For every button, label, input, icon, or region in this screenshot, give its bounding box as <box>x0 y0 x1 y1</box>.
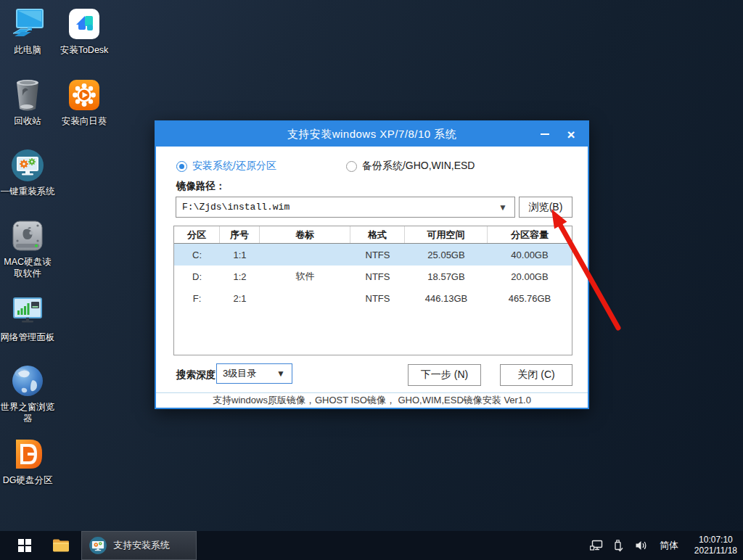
desktop-icon-reinstall-system[interactable]: 一键重装系统 <box>0 147 55 198</box>
minimize-button[interactable] <box>534 122 556 147</box>
cell-free: 446.13GB <box>405 293 488 304</box>
desktop-icon-network-panel[interactable]: 网络管理面板 <box>0 293 55 344</box>
usb-tray-icon[interactable] <box>608 531 628 560</box>
cell-format: NTFS <box>350 271 405 282</box>
desktop-icon-sunflower[interactable]: 安装向日葵 <box>57 77 112 128</box>
icon-label: 安装ToDesk <box>60 45 109 57</box>
cell-capacity: 40.00GB <box>488 250 572 260</box>
partition-table[interactable]: 分区 序号 卷标 格式 可用空间 分区容量 C: 1:1 NTFS 25.05G… <box>173 226 572 355</box>
taskbar: 支持安装系统 简体 10:07:10 2021/11/18 <box>0 531 743 560</box>
col-header-index: 序号 <box>220 226 260 243</box>
cell-index: 2:1 <box>220 293 260 304</box>
chevron-down-icon: ▼ <box>270 368 292 379</box>
volume-tray-icon[interactable] <box>631 531 652 560</box>
file-explorer-button[interactable] <box>45 531 77 560</box>
desktop-icon-this-pc[interactable]: 此电脑 <box>0 6 55 57</box>
cell-capacity: 20.00GB <box>488 271 572 282</box>
dialog-title: 支持安装windows XP/7/8/10 系统 <box>156 128 588 141</box>
close-icon: × <box>567 128 575 141</box>
sunflower-icon <box>66 77 102 113</box>
table-row-c[interactable]: C: 1:1 NTFS 25.05GB 40.00GB <box>174 244 572 265</box>
taskbar-item-installer[interactable]: 支持安装系统 <box>81 531 197 560</box>
language-indicator[interactable]: 简体 <box>656 531 682 560</box>
icon-label: 一键重装系统 <box>1 186 55 198</box>
radio-install-restore[interactable]: 安装系统/还原分区 <box>176 160 276 173</box>
radio-backup-label: 备份系统/GHO,WIN,ESD <box>362 160 475 173</box>
col-header-format: 格式 <box>350 226 405 243</box>
radio-install-label: 安装系统/还原分区 <box>192 160 276 173</box>
cell-partition: F: <box>174 293 220 304</box>
next-button[interactable]: 下一步 (N) <box>408 364 481 386</box>
table-row-f[interactable]: F: 2:1 NTFS 446.13GB 465.76GB <box>174 287 572 309</box>
computer-icon <box>9 6 46 42</box>
col-header-volume: 卷标 <box>260 226 350 243</box>
cell-free: 25.05GB <box>405 250 488 260</box>
dialog-content: 安装系统/还原分区 备份系统/GHO,WIN,ESD 镜像路径： F:\Zjds… <box>156 147 588 408</box>
desktop-icon-recycle-bin[interactable]: 回收站 <box>0 77 55 128</box>
cell-index: 1:1 <box>220 250 260 260</box>
search-depth-label: 搜索深度 <box>176 368 215 382</box>
desktop-icon-todesk[interactable]: 安装ToDesk <box>57 6 112 57</box>
dialog-footer-text: 支持windows原版镜像，GHOST ISO镜像， GHO,WIM,ESD镜像… <box>156 392 588 408</box>
mac-disk-icon <box>9 218 46 254</box>
icon-label: 世界之窗浏览器 <box>0 402 55 424</box>
chevron-down-icon[interactable]: ▼ <box>491 202 514 213</box>
date-text: 2021/11/18 <box>694 545 737 556</box>
close-dialog-button[interactable]: 关闭 (C) <box>500 364 572 386</box>
clock[interactable]: 10:07:10 2021/11/18 <box>694 531 737 560</box>
minimize-icon <box>541 133 549 135</box>
network-tray-icon[interactable] <box>586 531 607 560</box>
table-header-row: 分区 序号 卷标 格式 可用空间 分区容量 <box>174 226 572 244</box>
browse-button[interactable]: 浏览(B) <box>519 197 572 218</box>
search-depth-value: 3级目录 <box>217 367 270 380</box>
dg-partition-icon <box>9 436 46 472</box>
search-depth-dropdown[interactable]: 3级目录 ▼ <box>216 363 292 384</box>
icon-label: 安装向日葵 <box>62 116 107 128</box>
start-button[interactable] <box>9 531 41 560</box>
image-path-value: F:\Zjds\install.wim <box>176 202 491 213</box>
col-header-free-space: 可用空间 <box>405 226 488 243</box>
folder-icon <box>52 538 70 553</box>
world-browser-icon <box>9 363 46 399</box>
cell-partition: C: <box>174 250 220 260</box>
dialog-titlebar[interactable]: 支持安装windows XP/7/8/10 系统 × <box>156 122 588 147</box>
cell-free: 18.57GB <box>405 271 488 282</box>
image-path-label: 镜像路径： <box>176 180 226 193</box>
installer-dialog: 支持安装windows XP/7/8/10 系统 × 安装系统/还原分区 备份系… <box>155 120 589 409</box>
cell-partition: D: <box>174 271 220 282</box>
icon-label: 回收站 <box>14 116 41 128</box>
table-row-d[interactable]: D: 1:2 软件 NTFS 18.57GB 20.00GB <box>174 265 572 287</box>
mode-radio-group: 安装系统/还原分区 备份系统/GHO,WIN,ESD <box>176 160 475 173</box>
cell-volume: 软件 <box>260 270 350 283</box>
radio-selected-icon <box>176 161 187 172</box>
reinstall-system-icon <box>9 147 46 184</box>
network-panel-icon <box>9 293 46 329</box>
desktop-icon-world-browser[interactable]: 世界之窗浏览器 <box>0 363 55 424</box>
desktop-icon-mac-disk[interactable]: MAC硬盘读取软件 <box>0 218 55 279</box>
icon-label: 此电脑 <box>14 45 41 57</box>
time-text: 10:07:10 <box>699 535 733 545</box>
col-header-capacity: 分区容量 <box>488 226 572 243</box>
todesk-icon <box>66 6 102 42</box>
cell-index: 1:2 <box>220 271 260 282</box>
radio-unselected-icon <box>346 161 357 172</box>
desktop-icon-dg-partition[interactable]: DG硬盘分区 <box>0 436 55 487</box>
icon-label: 网络管理面板 <box>1 332 55 344</box>
close-button[interactable]: × <box>560 122 582 147</box>
col-header-partition: 分区 <box>174 226 220 243</box>
installer-app-icon <box>89 536 107 555</box>
cell-format: NTFS <box>350 250 405 260</box>
icon-label: DG硬盘分区 <box>3 475 53 487</box>
recycle-bin-icon <box>9 77 46 113</box>
cell-format: NTFS <box>350 293 405 304</box>
taskbar-item-label: 支持安装系统 <box>113 539 170 552</box>
image-path-combobox[interactable]: F:\Zjds\install.wim ▼ <box>176 197 515 218</box>
windows-logo-icon <box>18 539 31 552</box>
cell-capacity: 465.76GB <box>488 293 572 304</box>
icon-label: MAC硬盘读取软件 <box>0 257 55 279</box>
radio-backup[interactable]: 备份系统/GHO,WIN,ESD <box>346 160 475 173</box>
